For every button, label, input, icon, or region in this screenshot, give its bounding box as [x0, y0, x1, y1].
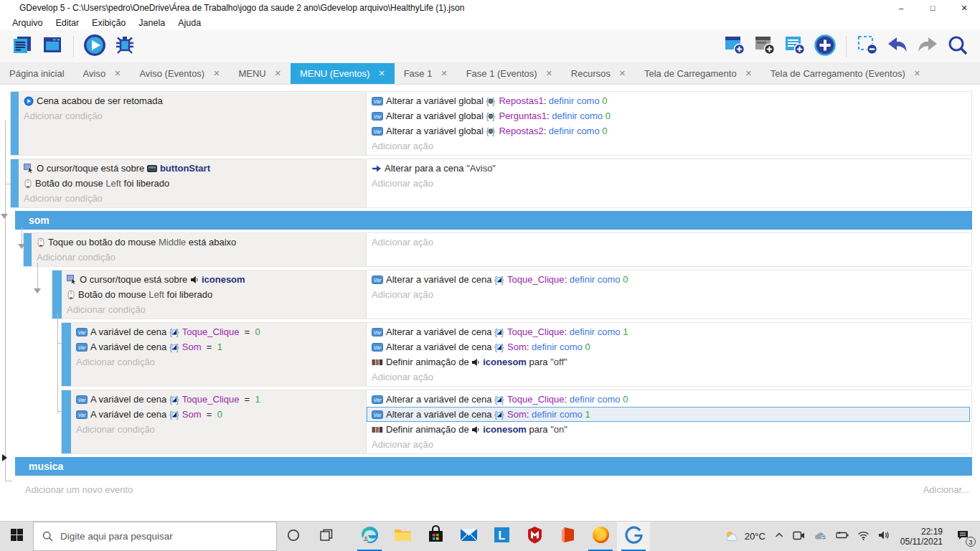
- add-condition-link[interactable]: Adicionar condição: [19, 191, 366, 206]
- action-row[interactable]: Definir animação de iconesom para "off": [367, 354, 971, 369]
- event-drag-handle[interactable]: [24, 233, 32, 266]
- debug-button[interactable]: [110, 32, 140, 61]
- add-new-event-link[interactable]: Adicionar um novo evento: [25, 484, 133, 495]
- action-row[interactable]: Alterar para a cena "Aviso": [367, 161, 971, 176]
- tab-aviso[interactable]: Aviso✕: [74, 63, 131, 84]
- action-row[interactable]: VarAlterar a variável de cena {}Toque_Cl…: [367, 272, 971, 287]
- add-action-link[interactable]: Adicionar ação: [367, 369, 971, 385]
- taskbar-clock[interactable]: 22:19 05/11/2021: [895, 527, 948, 547]
- condition-row[interactable]: O cursor/toque está sobre buttonStart: [19, 161, 366, 176]
- event-group-musica[interactable]: musica: [15, 457, 972, 476]
- wifi-button[interactable]: [853, 531, 874, 542]
- condition-row[interactable]: O cursor/toque está sobre iconesom: [62, 272, 366, 287]
- scene-editor-button[interactable]: [37, 32, 67, 61]
- tab-close-icon[interactable]: ✕: [914, 69, 920, 78]
- taskbar-app-office[interactable]: [551, 522, 584, 551]
- chevron-up-button[interactable]: [770, 530, 788, 542]
- add-subevent-button[interactable]: [750, 32, 780, 61]
- project-manager-button[interactable]: [7, 32, 37, 61]
- tab-menu[interactable]: MENU✕: [229, 63, 291, 84]
- tab-close-icon[interactable]: ✕: [378, 69, 385, 78]
- add-event-button[interactable]: [720, 32, 750, 61]
- taskbar-app-l-app[interactable]: L: [485, 522, 518, 551]
- menu-item-ajuda[interactable]: Ajuda: [171, 18, 207, 28]
- close-button[interactable]: ✕: [948, 0, 980, 16]
- tab-fase-1[interactable]: Fase 1✕: [395, 63, 457, 84]
- tab-fase-1-eventos-[interactable]: Fase 1 (Eventos)✕: [457, 63, 562, 84]
- tab-close-icon[interactable]: ✕: [546, 69, 552, 78]
- taskbar-app-mcafee[interactable]: [518, 522, 551, 551]
- action-row[interactable]: Definir animação de iconesom para "on": [367, 422, 971, 437]
- notification-center-button[interactable]: 3: [948, 522, 977, 551]
- expand-arrow-icon[interactable]: [1, 214, 8, 219]
- menu-item-editar[interactable]: Editar: [49, 18, 85, 28]
- minimize-button[interactable]: –: [885, 0, 917, 16]
- volume-button[interactable]: [874, 530, 895, 542]
- delete-selection-button[interactable]: [852, 32, 882, 61]
- condition-row[interactable]: Cena acabou de ser retomada: [19, 93, 366, 108]
- condition-row[interactable]: Toque ou botão do mouse Middle está abai…: [32, 235, 366, 250]
- condition-row[interactable]: VarA variável de cena {}Som = 1: [71, 339, 366, 354]
- add-condition-link[interactable]: Adicionar condição: [71, 354, 366, 369]
- weather-widget[interactable]: 20°C: [720, 522, 770, 551]
- expand-arrow-icon[interactable]: [34, 288, 41, 293]
- taskbar-app-edge[interactable]: [353, 522, 386, 551]
- menu-item-arquivo[interactable]: Arquivo: [6, 18, 49, 28]
- tab-close-icon[interactable]: ✕: [619, 69, 626, 78]
- expand-arrow-icon[interactable]: [18, 244, 25, 249]
- taskbar-search-input[interactable]: Digite aqui para pesquisar: [33, 522, 277, 551]
- add-condition-link[interactable]: Adicionar condição: [19, 108, 366, 123]
- add-condition-link[interactable]: Adicionar condição: [62, 302, 366, 317]
- cortana-button[interactable]: [277, 522, 310, 551]
- condition-row[interactable]: VarA variável de cena {}Som = 0: [71, 407, 366, 422]
- task-view-button[interactable]: [310, 522, 343, 551]
- tab-tela-de-carregamento-eventos-[interactable]: Tela de Carregamento (Eventos)✕: [761, 63, 930, 84]
- add-action-link[interactable]: Adicionar ação: [367, 235, 971, 250]
- undo-button[interactable]: [882, 32, 913, 61]
- condition-row[interactable]: Botão do mouse Left foi liberado: [62, 287, 366, 302]
- add-condition-link[interactable]: Adicionar condição: [71, 422, 366, 437]
- add-condition-link[interactable]: Adicionar condição: [32, 250, 366, 265]
- taskbar-app-file-explorer[interactable]: [386, 522, 419, 551]
- action-row[interactable]: VarAlterar a variável global {}Repostas2…: [367, 123, 971, 138]
- action-row[interactable]: VarAlterar a variável de cena {}Toque_Cl…: [367, 392, 971, 407]
- action-row[interactable]: VarAlterar a variável global {}Perguntas…: [367, 108, 971, 123]
- action-row[interactable]: VarAlterar a variável de cena {}Toque_Cl…: [367, 324, 971, 339]
- onedrive-button[interactable]: [809, 530, 831, 542]
- event-drag-handle[interactable]: [62, 323, 71, 386]
- tab-menu-eventos-[interactable]: MENU (Eventos)✕: [291, 63, 395, 84]
- tab-close-icon[interactable]: ✕: [275, 69, 281, 78]
- tab-close-icon[interactable]: ✕: [440, 69, 447, 78]
- action-row[interactable]: VarAlterar a variável global {}Repostas1…: [367, 93, 971, 108]
- taskbar-app-mail[interactable]: [452, 522, 485, 551]
- event-drag-handle[interactable]: [62, 390, 71, 453]
- tab-close-icon[interactable]: ✕: [114, 69, 121, 78]
- tab-close-icon[interactable]: ✕: [213, 69, 220, 78]
- add-more-link[interactable]: Adicionar...: [923, 484, 969, 495]
- add-circle-button[interactable]: [810, 32, 840, 61]
- action-row[interactable]: VarAlterar a variável de cena {}Som: def…: [367, 339, 971, 354]
- play-button[interactable]: [80, 32, 110, 61]
- menu-item-exibicao[interactable]: Exibição: [85, 18, 132, 28]
- search-button[interactable]: [943, 32, 973, 61]
- maximize-button[interactable]: □: [917, 0, 948, 16]
- condition-row[interactable]: VarA variável de cena {}Toque_Clique = 0: [71, 324, 366, 339]
- condition-row[interactable]: VarA variável de cena {}Toque_Clique = 1: [71, 392, 366, 407]
- collapsed-arrow-icon[interactable]: [2, 454, 7, 461]
- battery-button[interactable]: [831, 531, 853, 542]
- start-button[interactable]: [0, 522, 33, 551]
- tab-recursos[interactable]: Recursos✕: [562, 63, 635, 84]
- tab-tela-de-carregamento[interactable]: Tela de Carregamento✕: [635, 63, 761, 84]
- add-comment-button[interactable]: [780, 32, 810, 61]
- tab-aviso-eventos-[interactable]: Aviso (Eventos)✕: [130, 63, 229, 84]
- event-group-som[interactable]: som: [15, 211, 972, 230]
- add-action-link[interactable]: Adicionar ação: [367, 437, 971, 452]
- redo-button[interactable]: [913, 32, 943, 61]
- add-action-link[interactable]: Adicionar ação: [367, 176, 971, 191]
- taskbar-app-gdevelop[interactable]: [617, 522, 650, 551]
- add-action-link[interactable]: Adicionar ação: [367, 138, 971, 154]
- condition-row[interactable]: Botão do mouse Left foi liberado: [19, 176, 366, 191]
- menu-item-janela[interactable]: Janela: [132, 18, 171, 28]
- action-row[interactable]: VarAlterar a variável de cena {}Som: def…: [367, 407, 970, 422]
- event-drag-handle[interactable]: [11, 159, 19, 207]
